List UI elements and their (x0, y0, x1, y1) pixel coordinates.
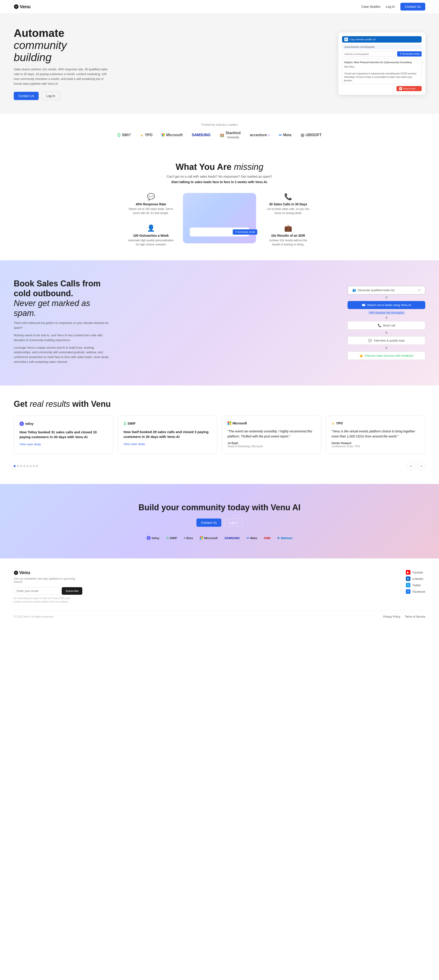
result-card-telivy: t telivy How Telivy booked 31 sales call… (14, 416, 113, 454)
social-twitter[interactable]: 𝕏 Twitter (406, 583, 425, 587)
dot-2 (17, 465, 19, 467)
cta-headline: Build your community today with Venu AI (14, 502, 425, 513)
telivy-logo-icon: t (19, 422, 24, 426)
cta-brex-icon: ▪ (184, 536, 185, 540)
navigation: Venu Case Studies Log In Contact Us (0, 0, 439, 14)
logo-microsoft: Microsoft (162, 133, 183, 137)
ai-generate-btn[interactable]: ✦ Generate email (233, 229, 257, 235)
ai-input-row: ✦ Generate email (190, 228, 249, 237)
nav-contact-btn[interactable]: Contact Us (400, 3, 425, 11)
email-preview: Subject: Dave Podcast Interview On Cyber… (342, 59, 422, 84)
cta-logo-cnn: CNN (264, 536, 270, 540)
hero-headline: Automate community building (14, 27, 110, 64)
hero-description: Sales teams achieve 10x results, 40% res… (14, 67, 110, 86)
cta-login-btn[interactable]: Log In (224, 519, 242, 527)
social-linkedin[interactable]: in LinkedIn (406, 576, 425, 581)
hero-buttons: Contact Us Log In (14, 92, 110, 100)
gmail-icon: M (399, 87, 402, 90)
book-calls-section: Book Sales Calls from cold outbound. Nev… (0, 260, 439, 385)
missing-stats-right: 📞 30 Sales Calls in 30 Days Let us book … (265, 193, 311, 247)
cta-logo-telivy: t telivy (147, 536, 159, 540)
subscribe-btn[interactable]: Subscribe (62, 587, 82, 595)
cta-contact-btn[interactable]: Contact Us (197, 519, 221, 527)
carousel-next-btn[interactable]: → (417, 462, 425, 470)
dot-6 (30, 465, 32, 467)
cta-buttons: Contact Us Log In (14, 519, 425, 527)
missing-sub2: Start talking to sales leads face to fac… (14, 180, 425, 184)
book-calls-p1: Tried cold outbound but gotten no respon… (14, 321, 110, 330)
book-calls-right: 👥 Generate qualified leads list ⇄ ▼ ✉️ R… (347, 286, 425, 360)
result-card-microsoft: Microsoft "The event ran extremely smoot… (222, 416, 321, 454)
result-card-ypo: ▲ YPO "Venu is the virtual events platfo… (326, 416, 425, 454)
logo-ubisoft: ◎ UBISOFT (301, 132, 322, 138)
hero-contact-btn[interactable]: Contact Us (14, 92, 39, 100)
pipe-arrow-1: ▼ (384, 295, 388, 300)
missing-center: ✦ Generate email (183, 193, 256, 243)
ypo-quote: "Venu is the virtual events platform cho… (331, 429, 420, 439)
results-headline: Get real results with Venu (14, 399, 425, 409)
microsoft-quote: "The event ran extremely smoothly. I hig… (228, 429, 315, 439)
pipe-arrow-2: ▼ (384, 315, 388, 320)
cta-logo-meta: ∞ Meta (246, 536, 257, 540)
footer-disclaimer: By subscribing you agree to with our Pri… (14, 597, 78, 603)
nav-links: Case Studies Log In Contact Us (361, 3, 425, 11)
trusted-title: Trusted by Industry Leaders (14, 123, 425, 126)
send-btn-row: M Send email → (342, 86, 422, 91)
linkedin-input[interactable] (342, 51, 395, 57)
cta-telivy-icon: t (147, 536, 151, 540)
results-section: Get real results with Venu t telivy How … (0, 385, 439, 484)
social-youtube[interactable]: ▶ Youtube (406, 570, 425, 574)
footer-logo-icon (14, 571, 18, 575)
social-facebook[interactable]: f Facebook (406, 589, 425, 594)
stat-sales-calls: 📞 30 Sales Calls in 30 Days Let us book … (265, 193, 311, 215)
footer-logo: Venu (14, 570, 82, 575)
footer-top: Venu Join our newsletter and stay update… (14, 570, 425, 603)
nav-login[interactable]: Log In (386, 5, 395, 8)
dot-5 (27, 465, 29, 467)
dot-1 (14, 465, 16, 467)
stat-icon-briefcase: 💼 (265, 224, 311, 232)
send-email-btn[interactable]: M Send email → (396, 86, 422, 91)
stat-icon-chat: 💬 (128, 193, 174, 200)
generate-email-btn[interactable]: ✦ Generate email (397, 51, 422, 57)
carousel-prev-btn[interactable]: ← (407, 462, 415, 470)
linkedin-input-row: ✦ Generate email (342, 51, 422, 57)
ypo-logo-icon: ▲ (331, 422, 335, 425)
url-bar: www.linkedin.com/in/partek (342, 45, 422, 49)
privacy-policy-link[interactable]: Privacy Policy (383, 615, 400, 618)
stat-outreaches: 👤 100 Outreaches a Week Automate high qu… (128, 224, 174, 247)
ai-generate-input[interactable] (193, 230, 231, 234)
hero-login-btn[interactable]: Log In (41, 92, 60, 100)
email-input[interactable] (14, 587, 60, 595)
hero-left: Automate community building Sales teams … (14, 27, 110, 100)
youtube-icon: ▶ (406, 570, 410, 574)
swif-link[interactable]: View case study (124, 442, 145, 446)
hero-demo-card: in Copy linkedin profile url www.linkedi… (338, 32, 425, 95)
terms-of-service-link[interactable]: Terms of Service (405, 615, 425, 618)
nav-case-studies[interactable]: Case Studies (361, 5, 380, 8)
missing-stats-left: 💬 40% Response Rate Reach out to 100 sal… (128, 193, 174, 247)
send-arrow-icon: → (416, 87, 419, 90)
hero-section: Automate community building Sales teams … (0, 14, 439, 114)
pipe-icon-chat: 💬 (368, 339, 372, 342)
cta-logo-swif: ⟨⟩ SWIF (166, 536, 177, 540)
telivy-link[interactable]: View case study (19, 442, 41, 446)
footer-bottom: © 2023 Venu. All rights reserved. Privac… (14, 610, 425, 618)
footer-copy: © 2023 Venu. All rights reserved. (14, 615, 54, 618)
missing-sub1: Can't get on a call with sales leads? No… (14, 175, 425, 178)
telivy-logo: t telivy (19, 422, 108, 426)
stat-icon-user: 👤 (128, 224, 174, 232)
cta-logo-brex: ▪ Brex (184, 536, 193, 540)
cta-logo-microsoft: Microsoft (200, 536, 218, 540)
footer-left: Venu Join our newsletter and stay update… (14, 570, 82, 603)
book-calls-left: Book Sales Calls from cold outbound. Nev… (14, 278, 110, 367)
logo-swif: ⟨⟩ SWIF (117, 132, 131, 138)
stat-sdr-results: 💼 10x Results of an SDR Achieve 10x resu… (265, 224, 311, 247)
logo-meta: ∞ Meta (279, 132, 291, 137)
linkedin-icon: in (344, 38, 348, 41)
dot-7 (33, 465, 35, 467)
facebook-icon: f (406, 589, 410, 594)
footer-desc: Join our newsletter and stay updated on … (14, 577, 82, 584)
book-calls-p2: Nobody wants to be sold to, and Venu AI … (14, 333, 110, 343)
book-calls-p3: Leverage Venu's unique service and AI to… (14, 345, 110, 364)
